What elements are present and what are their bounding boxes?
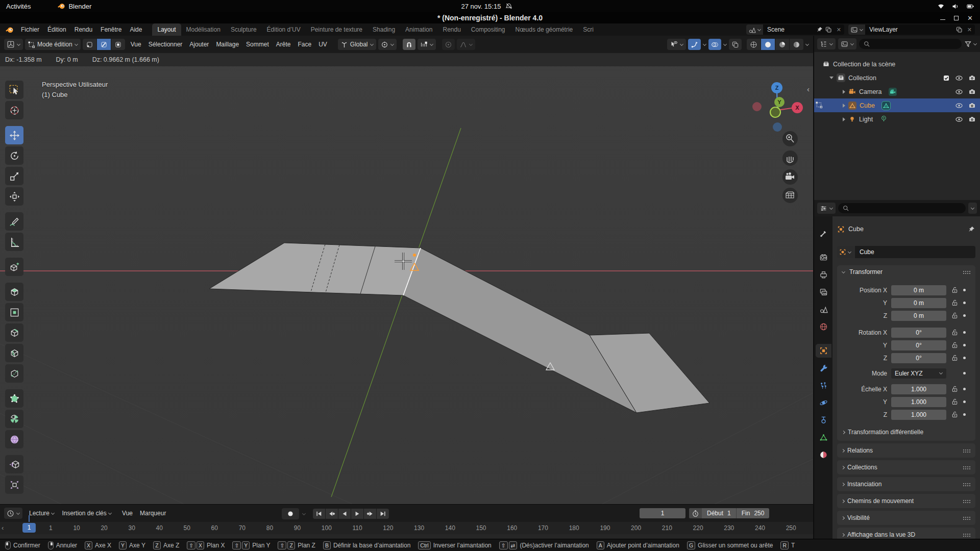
props-tab-data[interactable] [816, 431, 831, 444]
frame-label[interactable]: 1 [49, 524, 53, 532]
viewlayer-selector[interactable]: ViewLayer ✕ [848, 24, 975, 35]
timeline-menu-item[interactable]: Vue [118, 510, 136, 517]
material-shading-button[interactable] [775, 39, 789, 50]
frame-label[interactable]: 30 [128, 524, 135, 532]
viewport-menu-item[interactable]: Face [294, 41, 315, 48]
viewport-canvas[interactable]: Y Z X ‹ [0, 36, 813, 504]
mesh-object[interactable] [209, 243, 709, 413]
end-frame-field[interactable]: Fin250 [737, 508, 770, 518]
outliner-search-input[interactable] [859, 39, 962, 49]
menu-item[interactable]: Aide [126, 23, 146, 36]
start-frame-field[interactable]: Début1 [702, 508, 736, 518]
timeline-menu-dropdown[interactable]: Lecture [26, 510, 58, 517]
new-scene-icon[interactable] [825, 26, 832, 33]
tool-rotate[interactable] [5, 146, 23, 165]
value-field[interactable]: 1.000 [891, 384, 946, 394]
props-tab-object[interactable] [816, 344, 831, 358]
hide-eye-icon[interactable] [955, 74, 963, 82]
frame-label[interactable]: 150 [476, 524, 486, 532]
panel-drag-handle[interactable] [963, 449, 971, 453]
tool-knife[interactable] [5, 364, 23, 383]
frame-label[interactable]: 110 [353, 524, 362, 532]
outliner-row-light[interactable]: Light [814, 112, 980, 126]
menu-item[interactable]: Édition [43, 23, 70, 36]
animate-dot[interactable] [963, 331, 966, 334]
viewport-menu-item[interactable]: Ajouter [186, 41, 212, 48]
shading-dropdown[interactable] [805, 42, 809, 45]
lock-icon[interactable] [951, 341, 959, 349]
proportional-falloff-dropdown[interactable] [457, 39, 475, 50]
workspace-tab[interactable]: Rendu [437, 23, 465, 36]
value-field[interactable]: 1.000 [891, 397, 946, 407]
transform-panel-header[interactable]: Transformer [837, 265, 975, 279]
panel-drag-handle[interactable] [963, 499, 971, 503]
frame-label[interactable]: 180 [569, 524, 579, 532]
tool-loop-cut[interactable] [5, 344, 23, 362]
tool-poly-build[interactable] [5, 389, 23, 408]
pan-hand-button[interactable] [782, 151, 798, 166]
outliner-row-cube[interactable]: Cube [814, 98, 980, 112]
axis-neg-x-ball[interactable] [752, 102, 762, 111]
frame-label[interactable]: 10 [73, 524, 80, 532]
lock-icon[interactable] [951, 286, 959, 294]
frame-label[interactable]: 50 [184, 524, 190, 532]
collapsed-panel[interactable]: Instanciation [837, 477, 975, 491]
play-button[interactable] [351, 509, 363, 519]
frame-label[interactable]: 40 [156, 524, 163, 532]
timeline-editor-type-button[interactable] [4, 508, 22, 519]
workspace-tab[interactable]: Shading [368, 23, 400, 36]
viewport-menu-item[interactable]: Maillage [212, 41, 242, 48]
viewport-menu-item[interactable]: Sommet [242, 41, 273, 48]
disclosure-closed-icon[interactable] [843, 117, 845, 121]
keying-dropdown[interactable] [302, 511, 306, 515]
animate-dot[interactable] [963, 413, 966, 416]
frame-label[interactable]: 210 [662, 524, 672, 532]
tool-scale[interactable] [5, 167, 23, 185]
lock-icon[interactable] [951, 299, 959, 307]
animate-dot[interactable] [963, 372, 966, 374]
scene-name[interactable]: Scene [763, 26, 816, 33]
workspace-tab[interactable]: Sculpture [226, 23, 262, 36]
gizmos-toggle[interactable] [688, 39, 701, 50]
workspace-tab[interactable]: Peinture de texture [306, 23, 368, 36]
props-tab-particles[interactable] [816, 379, 831, 392]
solid-shading-button[interactable] [761, 39, 775, 50]
frame-label[interactable]: 200 [631, 524, 641, 532]
panel-drag-handle[interactable] [963, 516, 971, 520]
props-tab-view-layer[interactable] [816, 285, 831, 299]
tool-move[interactable] [5, 126, 23, 144]
wireframe-shading-button[interactable] [747, 39, 761, 50]
next-keyframe-button[interactable] [364, 509, 376, 519]
auto-keying-record-button[interactable] [282, 508, 299, 519]
frame-label[interactable]: 90 [294, 524, 301, 532]
maximize-button[interactable] [954, 16, 959, 20]
hide-eye-icon[interactable] [955, 115, 963, 123]
tool-measure[interactable] [5, 233, 23, 251]
zoom-button[interactable] [782, 131, 798, 146]
tool-edge-slide[interactable] [5, 455, 23, 473]
frame-label[interactable]: 80 [266, 524, 273, 532]
timeline-menu-item[interactable]: Marqueur [136, 510, 169, 517]
panel-drag-handle[interactable] [963, 483, 971, 486]
object-id-dropdown[interactable] [837, 246, 853, 258]
system-tray[interactable] [937, 3, 975, 10]
sidebar-toggle-arrow[interactable]: ‹ [807, 85, 810, 93]
activities-button[interactable]: Activités [0, 0, 37, 12]
close-button[interactable]: ✕ [967, 14, 973, 22]
panel-drag-handle[interactable] [963, 466, 971, 469]
snap-settings-dropdown[interactable] [418, 39, 436, 50]
visibility-dropdown[interactable] [667, 39, 686, 50]
viewlayer-name[interactable]: ViewLayer [865, 26, 954, 33]
properties-options-dropdown[interactable] [968, 203, 977, 214]
value-field[interactable]: 0° [891, 353, 946, 363]
hide-eye-icon[interactable] [955, 102, 963, 110]
props-tab-render[interactable] [816, 251, 831, 264]
timeline-expand-arrow[interactable]: ‹ [2, 524, 4, 532]
tool-add-cube[interactable] [5, 258, 23, 276]
tool-annotate[interactable] [5, 212, 23, 231]
workspace-tab[interactable]: Nœuds de géométrie [510, 23, 578, 36]
value-field[interactable]: 0 m [891, 285, 946, 295]
lock-icon[interactable] [951, 312, 959, 319]
blender-menu-icon[interactable] [5, 26, 14, 34]
props-tab-physics[interactable] [816, 396, 831, 410]
